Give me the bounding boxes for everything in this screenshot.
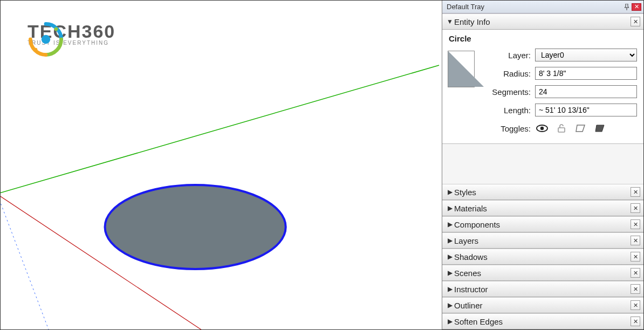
visible-toggle-icon[interactable] [536,123,548,134]
entity-type-label: Circle [447,33,639,49]
panel-header-layers[interactable]: ▶Layers✕ [442,232,643,249]
panel-close-button[interactable]: ✕ [631,284,640,294]
cast-shadows-toggle-icon[interactable] [575,123,587,134]
chevron-right-icon: ▶ [446,221,454,228]
panel-title: Soften Edges [454,317,631,326]
panel-header-instructor[interactable]: ▶Instructor✕ [442,281,643,297]
panel-title: Components [454,220,631,229]
panel-close-button[interactable]: ✕ [631,203,640,213]
panel-header-materials[interactable]: ▶Materials✕ [442,200,643,216]
toggles-label: Toggles: [482,124,531,133]
panel-close-button[interactable]: ✕ [631,219,640,229]
panel-close-button[interactable]: ✕ [631,252,640,262]
svg-point-8 [540,127,544,130]
panel-title: Styles [454,188,631,197]
panel-header-soften-edges[interactable]: ▶Soften Edges✕ [442,313,643,329]
panel-title: Instructor [454,285,631,294]
panel-header-shadows[interactable]: ▶Shadows✕ [442,249,643,265]
panel-title: Outliner [454,301,631,310]
svg-point-3 [105,185,286,269]
panel-header-components[interactable]: ▶Components✕ [442,216,643,232]
panel-header-scenes[interactable]: ▶Scenes✕ [442,265,643,281]
lock-toggle-icon[interactable] [556,123,567,134]
panel-close-button[interactable]: ✕ [631,187,640,197]
receive-shadows-toggle-icon[interactable] [594,123,606,134]
layer-label: Layer: [482,51,531,60]
modeling-viewport[interactable]: TECH360 TRUST IS EVERYTHING [1,1,442,329]
panel-header-outliner[interactable]: ▶Outliner✕ [442,297,643,313]
chevron-right-icon: ▶ [446,285,454,293]
entity-info-body: Circle Layer: Layer0 Radius: [442,30,643,144]
panel-header-styles[interactable]: ▶Styles✕ [442,184,643,200]
tray-titlebar[interactable]: Default Tray ✕ [442,1,643,13]
layer-select[interactable]: Layer0 [535,49,637,61]
svg-rect-9 [558,128,565,132]
panel-close-button[interactable]: ✕ [631,317,640,326]
pin-icon[interactable] [622,3,632,11]
panel-close-button[interactable]: ✕ [631,268,640,278]
tray-close-button[interactable]: ✕ [632,3,641,11]
chevron-right-icon: ▶ [446,204,454,212]
radius-input[interactable] [535,67,637,80]
chevron-right-icon: ▶ [446,188,454,196]
segments-input[interactable] [535,85,637,98]
brand-logo-icon [28,21,64,58]
chevron-right-icon: ▶ [446,301,454,309]
svg-point-6 [34,48,38,52]
panel-title: Layers [454,236,631,245]
length-input[interactable] [535,104,637,116]
segments-label: Segments: [482,87,531,97]
panel-title-entity-info: Entity Info [454,17,631,26]
svg-point-5 [54,28,58,31]
radius-label: Radius: [482,69,531,78]
chevron-right-icon: ▶ [446,237,454,244]
length-label: Length: [482,106,531,115]
default-tray: Default Tray ✕ ▼ Entity Info ✕ Circle La… [442,1,643,329]
brand-logo: TECH360 TRUST IS EVERYTHING [28,21,115,46]
panel-close-button[interactable]: ✕ [631,236,640,245]
panel-close-button[interactable]: ✕ [631,300,640,310]
panel-title: Shadows [454,252,631,262]
panel-title: Materials [454,204,631,213]
svg-line-2 [1,196,49,329]
chevron-right-icon: ▶ [446,253,454,260]
chevron-right-icon: ▶ [446,318,454,325]
svg-line-0 [1,65,439,194]
chevron-down-icon: ▼ [446,18,454,25]
material-swatch[interactable] [448,51,475,87]
panel-header-entity-info[interactable]: ▼ Entity Info ✕ [442,13,643,30]
panel-title: Scenes [454,269,631,278]
panel-close-entity-info[interactable]: ✕ [631,17,640,26]
tray-title: Default Tray [447,3,621,11]
svg-point-4 [42,35,50,44]
chevron-right-icon: ▶ [446,269,454,277]
